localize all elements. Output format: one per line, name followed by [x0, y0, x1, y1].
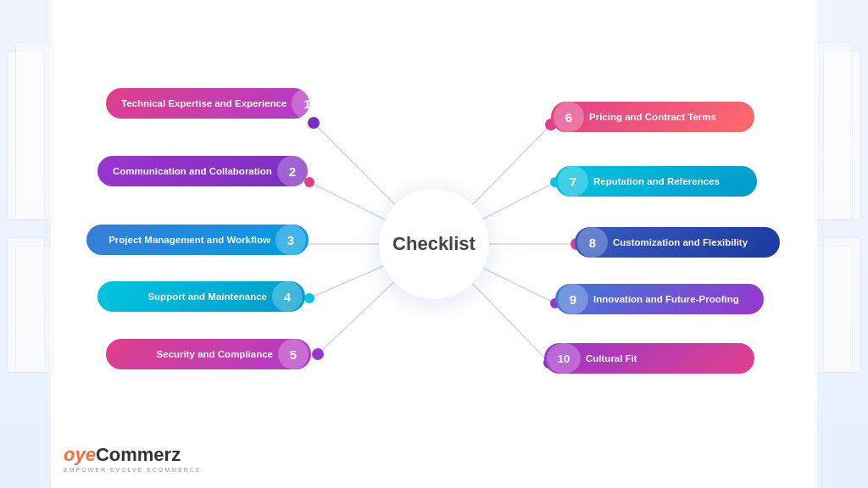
paper-decor-6	[815, 42, 853, 220]
main-area: Checklist Technical Expertise and Experi…	[51, 0, 817, 488]
pill-item-3: Project Management and Workflow 3	[86, 225, 309, 255]
pill-4-text: Support and Maintenance	[97, 284, 272, 310]
pill-item-5: Security and Compliance 5	[106, 339, 311, 369]
pill-9-badge: 9	[558, 284, 588, 314]
pill-6-badge: 6	[554, 102, 584, 132]
logo-tagline: EMPOWER EVOLVE ECOMMERCE	[64, 467, 202, 473]
svg-point-14	[312, 348, 324, 360]
paper-decor-4	[15, 246, 53, 373]
pill-item-10: 10 Cultural Fit	[544, 343, 754, 374]
paper-decor-2	[15, 42, 53, 220]
paper-decor-8	[815, 246, 853, 373]
pill-item-8: 8 Customization and Flexibility	[575, 227, 780, 258]
pill-3-badge: 3	[275, 225, 306, 255]
pill-7-badge: 7	[558, 166, 588, 197]
pill-10-text: Cultural Fit	[581, 346, 754, 372]
pill-4-badge: 4	[272, 281, 303, 312]
svg-point-13	[304, 293, 314, 303]
center-label: Checklist	[392, 233, 476, 255]
logo-oye: oye	[64, 444, 96, 465]
pill-5-text: Security and Compliance	[106, 341, 278, 368]
pill-3-text: Project Management and Workflow	[86, 227, 275, 253]
center-circle: Checklist	[379, 189, 489, 299]
pill-1-badge: 1	[292, 88, 322, 119]
pill-2-badge: 2	[277, 156, 308, 186]
pill-item-9: 9 Innovation and Future-Proofing	[555, 284, 764, 314]
pill-6-text: Pricing and Contract Terms	[584, 104, 754, 130]
pill-2-text: Communication and Collaboration	[97, 158, 277, 185]
logo: oyeCommerz EMPOWER EVOLVE ECOMMERCE	[64, 444, 202, 473]
pill-item-1: Technical Expertise and Experience 1	[106, 88, 309, 119]
pill-5-badge: 5	[278, 339, 309, 369]
pill-item-7: 7 Reputation and References	[555, 166, 757, 197]
pill-9-text: Innovation and Future-Proofing	[588, 286, 764, 313]
logo-text: oyeCommerz	[64, 444, 202, 466]
pill-item-4: Support and Maintenance 4	[97, 281, 305, 312]
svg-point-10	[308, 117, 320, 129]
pill-item-2: Communication and Collaboration 2	[97, 156, 308, 186]
pill-1-text: Technical Expertise and Experience	[106, 91, 292, 117]
pill-7-text: Reputation and References	[588, 169, 757, 195]
pill-item-6: 6 Pricing and Contract Terms	[551, 102, 754, 132]
logo-commercz: Commerz	[96, 444, 181, 465]
pill-8-badge: 8	[577, 227, 608, 258]
left-strip	[0, 0, 51, 488]
page-wrapper: Checklist Technical Expertise and Experi…	[0, 0, 868, 488]
pill-10-badge: 10	[547, 343, 581, 374]
right-strip	[817, 0, 868, 488]
svg-point-11	[304, 177, 314, 187]
pill-8-text: Customization and Flexibility	[608, 230, 780, 256]
